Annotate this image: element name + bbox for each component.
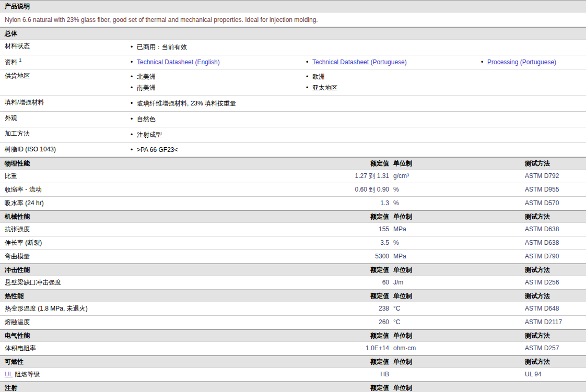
resource-link[interactable]: Technical Datasheet (English) bbox=[137, 58, 220, 66]
property-value: 3.5 bbox=[334, 239, 389, 246]
property-label: 熔融温度 bbox=[0, 318, 334, 327]
section-header: 电气性能额定值单位制测试方法 bbox=[0, 329, 586, 342]
general-row: 填料/增强材料•玻璃纤维增强材料, 23% 填料按重量 bbox=[0, 96, 586, 112]
table-row: 抗张强度155MPaASTM D638 bbox=[0, 223, 586, 236]
test-method: UL 94 bbox=[520, 371, 586, 378]
bullet-icon: • bbox=[306, 58, 312, 66]
bullet-column: •Processing (Portuguese) bbox=[481, 57, 586, 67]
footnote-marker: 1 bbox=[19, 57, 21, 63]
column-header-test-method: 测试方法 bbox=[520, 159, 586, 168]
section-header-product-description: 产品说明 bbox=[0, 0, 586, 13]
property-label: 填料/增强材料 bbox=[0, 98, 131, 109]
property-label-text: 阻燃等级 bbox=[15, 371, 40, 378]
section-title: 物理性能 bbox=[0, 159, 334, 168]
list-item: •亚太地区 bbox=[306, 82, 481, 93]
column-header-unit: 单位制 bbox=[389, 212, 520, 221]
test-method: ASTM D257 bbox=[520, 345, 586, 352]
resource-link[interactable]: Technical Datasheet (Portuguese) bbox=[312, 58, 407, 66]
table-row: 收缩率 - 流动0.60 到 0.90%ASTM D955 bbox=[0, 183, 586, 197]
section-header: 注射额定值单位制 bbox=[0, 382, 586, 392]
list-item: •南美洲 bbox=[131, 82, 306, 93]
property-label: 比重 bbox=[0, 172, 334, 181]
column-header-rated-value: 额定值 bbox=[334, 331, 389, 340]
general-row: 供货地区•北美洲•南美洲•欧洲•亚太地区 bbox=[0, 69, 586, 96]
list-item: •Technical Datasheet (English) bbox=[131, 57, 306, 67]
section-header: 可燃性额定值单位制测试方法 bbox=[0, 355, 586, 368]
table-row: 悬壁梁缺口冲击强度60J/mASTM D256 bbox=[0, 276, 586, 290]
list-item-text: 北美洲 bbox=[137, 73, 156, 80]
column-header-rated-value: 额定值 bbox=[334, 358, 389, 366]
column-header-unit: 单位制 bbox=[389, 384, 520, 392]
property-value: 0.60 到 0.90 bbox=[334, 185, 389, 194]
column-header-test-method: 测试方法 bbox=[520, 266, 586, 275]
test-method: ASTM D792 bbox=[520, 172, 586, 180]
ul-rating-link[interactable]: UL bbox=[5, 371, 13, 378]
bullet-column: •Technical Datasheet (English) bbox=[131, 57, 306, 67]
property-unit: MPa bbox=[389, 225, 520, 233]
property-value: 260 bbox=[334, 318, 389, 326]
bullet-icon: • bbox=[131, 131, 137, 138]
bullet-column: •注射成型 bbox=[131, 129, 306, 140]
section-header-row: 电气性能额定值单位制测试方法 bbox=[0, 330, 586, 341]
property-value: 1.27 到 1.31 bbox=[334, 172, 389, 181]
property-sections: 物理性能额定值单位制测试方法比重1.27 到 1.31g/cm³ASTM D79… bbox=[0, 157, 586, 392]
column-header-test-method: 测试方法 bbox=[520, 331, 586, 340]
table-row: 吸水率 (24 hr)1.3%ASTM D570 bbox=[0, 197, 586, 210]
section-header: 热性能额定值单位制测试方法 bbox=[0, 290, 586, 302]
property-label: 外观 bbox=[0, 114, 131, 125]
section-title: 热性能 bbox=[0, 292, 334, 301]
bullet-column: •Technical Datasheet (Portuguese) bbox=[306, 57, 481, 67]
list-item: •欧洲 bbox=[306, 72, 481, 82]
property-label-text: 热变形温度 (1.8 MPa, 未退火) bbox=[5, 305, 88, 312]
property-unit: J/m bbox=[389, 279, 520, 286]
section-header-row: 物理性能额定值单位制测试方法 bbox=[0, 158, 586, 169]
material-datasheet: 产品说明 Nylon 6.6 natural with 23% glass fi… bbox=[0, 0, 586, 392]
property-label: 热变形温度 (1.8 MPa, 未退火) bbox=[0, 304, 334, 313]
table-row: 伸长率 (断裂)3.5%ASTM D638 bbox=[0, 236, 586, 250]
bullet-icon: • bbox=[131, 73, 137, 80]
list-item-text: 南美洲 bbox=[137, 84, 156, 91]
property-value: 1.0E+14 bbox=[334, 345, 389, 352]
property-label-text: 供货地区 bbox=[5, 72, 30, 79]
list-item-text: 亚太地区 bbox=[312, 84, 337, 91]
column-header-unit: 单位制 bbox=[389, 292, 520, 301]
section-header-row: 可燃性额定值单位制测试方法 bbox=[0, 356, 586, 367]
property-label: 悬壁梁缺口冲击强度 bbox=[0, 278, 334, 287]
general-row: 材料状态•已商用：当前有效 bbox=[0, 40, 586, 55]
property-unit: g/cm³ bbox=[389, 172, 520, 180]
property-label: 树脂ID (ISO 1043) bbox=[0, 145, 131, 155]
general-row: 资料 1•Technical Datasheet (English)•Techn… bbox=[0, 55, 586, 69]
test-method: ASTM D638 bbox=[520, 239, 586, 246]
property-label: 伸长率 (断裂) bbox=[0, 239, 334, 247]
column-header-test-method: 测试方法 bbox=[520, 292, 586, 301]
property-value: 1.3 bbox=[334, 199, 389, 207]
table-row: 熔融温度260°CASTM D2117 bbox=[0, 316, 586, 329]
list-item-text: 注射成型 bbox=[137, 131, 162, 138]
property-value: HB bbox=[334, 371, 389, 378]
property-value: 5300 bbox=[334, 253, 389, 260]
column-header-rated-value: 额定值 bbox=[334, 159, 389, 168]
property-label-text: 弯曲模量 bbox=[5, 253, 30, 260]
general-section: 材料状态•已商用：当前有效资料 1•Technical Datasheet (E… bbox=[0, 40, 586, 157]
section-header: 机械性能额定值单位制测试方法 bbox=[0, 210, 586, 223]
list-item: •Processing (Portuguese) bbox=[481, 57, 586, 67]
property-label-text: 材料状态 bbox=[5, 42, 30, 50]
property-label: 加工方法 bbox=[0, 129, 131, 140]
list-item-text: >PA 66 GF23< bbox=[137, 146, 178, 153]
table-row: 体积电阻率1.0E+14ohm·cmASTM D257 bbox=[0, 342, 586, 355]
bullet-icon: • bbox=[306, 73, 312, 80]
bullet-column: •>PA 66 GF23< bbox=[131, 145, 306, 155]
bullet-column: •自然色 bbox=[131, 114, 306, 125]
table-row: 比重1.27 到 1.31g/cm³ASTM D792 bbox=[0, 170, 586, 183]
property-label-text: 抗张强度 bbox=[5, 225, 30, 233]
bullet-column: •已商用：当前有效 bbox=[131, 42, 306, 53]
property-label: UL阻燃等级 bbox=[0, 370, 334, 379]
section-header-row: 注射额定值单位制 bbox=[0, 382, 586, 392]
property-label: 资料 1 bbox=[0, 57, 131, 67]
property-unit: % bbox=[389, 186, 520, 193]
resource-link[interactable]: Processing (Portuguese) bbox=[487, 58, 556, 66]
list-item: •玻璃纤维增强材料, 23% 填料按重量 bbox=[131, 98, 306, 109]
property-value: 238 bbox=[334, 305, 389, 312]
section-header: 冲击性能额定值单位制测试方法 bbox=[0, 264, 586, 276]
column-header-unit: 单位制 bbox=[389, 266, 520, 275]
